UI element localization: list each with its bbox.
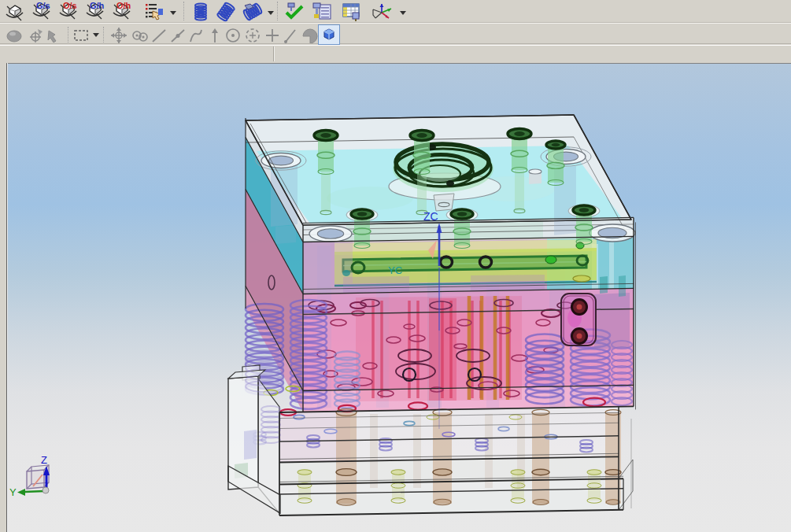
svg-text:Z: Z — [41, 454, 47, 466]
svg-text:Y: Y — [9, 486, 17, 498]
svg-text:G/s: G/s — [36, 1, 50, 10]
svg-text:G/h: G/h — [90, 1, 105, 10]
svg-text:ZC: ZC — [423, 210, 438, 223]
svg-text:O/h: O/h — [116, 1, 131, 10]
svg-text:YC: YC — [388, 264, 402, 276]
svg-text:O/s: O/s — [63, 1, 77, 10]
